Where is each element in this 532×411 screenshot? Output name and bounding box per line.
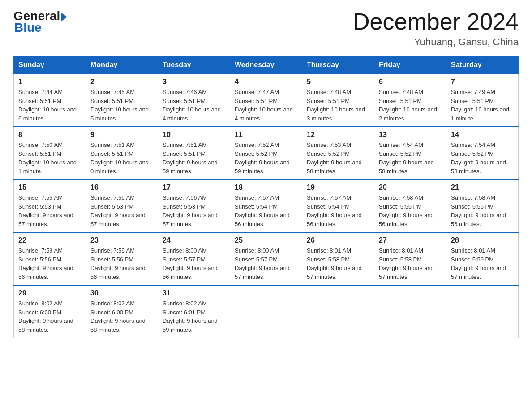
day-info: Sunrise: 7:54 AMSunset: 5:52 PMDaylight:… <box>379 141 442 176</box>
day-info: Sunrise: 7:55 AMSunset: 5:53 PMDaylight:… <box>90 193 153 228</box>
day-number: 4 <box>235 78 297 86</box>
day-number: 11 <box>235 131 297 139</box>
calendar-week-row: 29Sunrise: 8:02 AMSunset: 6:00 PMDayligh… <box>14 285 519 338</box>
day-number: 1 <box>18 78 81 86</box>
day-info: Sunrise: 7:57 AMSunset: 5:54 PMDaylight:… <box>235 193 297 228</box>
day-info: Sunrise: 7:59 AMSunset: 5:56 PMDaylight:… <box>18 246 81 281</box>
day-number: 28 <box>451 236 514 244</box>
day-number: 6 <box>379 78 442 86</box>
calendar-cell: 30Sunrise: 8:02 AMSunset: 6:00 PMDayligh… <box>86 285 158 338</box>
day-number: 25 <box>235 236 297 244</box>
day-info: Sunrise: 7:57 AMSunset: 5:54 PMDaylight:… <box>307 193 369 228</box>
day-number: 16 <box>90 184 153 192</box>
calendar-cell: 15Sunrise: 7:55 AMSunset: 5:53 PMDayligh… <box>14 180 86 232</box>
calendar-cell: 28Sunrise: 8:01 AMSunset: 5:59 PMDayligh… <box>446 232 519 285</box>
day-number: 30 <box>90 289 153 297</box>
calendar-cell: 27Sunrise: 8:01 AMSunset: 5:58 PMDayligh… <box>374 232 446 285</box>
day-info: Sunrise: 8:01 AMSunset: 5:59 PMDaylight:… <box>451 246 514 281</box>
calendar-cell: 31Sunrise: 8:02 AMSunset: 6:01 PMDayligh… <box>158 285 230 338</box>
location-title: Yuhuang, Gansu, China <box>353 36 519 48</box>
day-number: 29 <box>18 289 81 297</box>
day-info: Sunrise: 7:56 AMSunset: 5:53 PMDaylight:… <box>163 193 225 228</box>
day-info: Sunrise: 8:00 AMSunset: 5:57 PMDaylight:… <box>163 246 225 281</box>
day-number: 17 <box>163 184 225 192</box>
day-number: 8 <box>18 131 81 139</box>
calendar-cell: 1Sunrise: 7:44 AMSunset: 5:51 PMDaylight… <box>14 74 86 127</box>
calendar-cell: 13Sunrise: 7:54 AMSunset: 5:52 PMDayligh… <box>374 127 446 180</box>
day-info: Sunrise: 7:51 AMSunset: 5:51 PMDaylight:… <box>90 141 153 176</box>
calendar-week-row: 22Sunrise: 7:59 AMSunset: 5:56 PMDayligh… <box>14 232 519 285</box>
day-number: 2 <box>90 78 153 86</box>
calendar-cell: 23Sunrise: 7:59 AMSunset: 5:56 PMDayligh… <box>86 232 158 285</box>
calendar-cell: 12Sunrise: 7:53 AMSunset: 5:52 PMDayligh… <box>302 127 374 180</box>
calendar-cell: 29Sunrise: 8:02 AMSunset: 6:00 PMDayligh… <box>14 285 86 338</box>
day-number: 12 <box>307 131 369 139</box>
calendar-week-row: 1Sunrise: 7:44 AMSunset: 5:51 PMDaylight… <box>14 74 519 127</box>
day-number: 27 <box>379 236 442 244</box>
calendar-cell <box>374 285 446 338</box>
calendar-cell: 17Sunrise: 7:56 AMSunset: 5:53 PMDayligh… <box>158 180 230 232</box>
day-number: 5 <box>307 78 369 86</box>
calendar-cell: 10Sunrise: 7:51 AMSunset: 5:51 PMDayligh… <box>158 127 230 180</box>
calendar-cell: 25Sunrise: 8:00 AMSunset: 5:57 PMDayligh… <box>230 232 302 285</box>
calendar-cell: 9Sunrise: 7:51 AMSunset: 5:51 PMDaylight… <box>86 127 158 180</box>
day-number: 10 <box>163 131 225 139</box>
day-number: 24 <box>163 236 225 244</box>
calendar-cell <box>230 285 302 338</box>
day-info: Sunrise: 7:53 AMSunset: 5:52 PMDaylight:… <box>307 141 369 176</box>
logo-blue: Blue <box>14 21 42 34</box>
day-number: 14 <box>451 131 514 139</box>
day-info: Sunrise: 7:50 AMSunset: 5:51 PMDaylight:… <box>18 141 81 176</box>
title-block: December 2024 Yuhuang, Gansu, China <box>353 9 519 48</box>
day-info: Sunrise: 7:49 AMSunset: 5:51 PMDaylight:… <box>451 88 514 123</box>
day-number: 19 <box>307 184 369 192</box>
calendar-cell: 5Sunrise: 7:48 AMSunset: 5:51 PMDaylight… <box>302 74 374 127</box>
logo: General Blue <box>13 9 68 35</box>
day-number: 22 <box>18 236 81 244</box>
day-info: Sunrise: 8:02 AMSunset: 6:00 PMDaylight:… <box>90 299 153 334</box>
month-title: December 2024 <box>353 9 519 34</box>
calendar-cell: 20Sunrise: 7:58 AMSunset: 5:55 PMDayligh… <box>374 180 446 232</box>
col-saturday: Saturday <box>446 56 519 74</box>
day-info: Sunrise: 7:46 AMSunset: 5:51 PMDaylight:… <box>163 88 225 123</box>
col-friday: Friday <box>374 56 446 74</box>
calendar-cell: 6Sunrise: 7:48 AMSunset: 5:51 PMDaylight… <box>374 74 446 127</box>
page-header: General Blue December 2024 Yuhuang, Gans… <box>13 9 519 48</box>
day-info: Sunrise: 7:58 AMSunset: 5:55 PMDaylight:… <box>379 193 442 228</box>
calendar-table: Sunday Monday Tuesday Wednesday Thursday… <box>13 56 519 338</box>
day-number: 7 <box>451 78 514 86</box>
logo-arrow-icon <box>61 13 67 21</box>
day-info: Sunrise: 7:52 AMSunset: 5:52 PMDaylight:… <box>235 141 297 176</box>
col-wednesday: Wednesday <box>230 56 302 74</box>
calendar-cell <box>302 285 374 338</box>
day-info: Sunrise: 8:02 AMSunset: 6:01 PMDaylight:… <box>163 299 225 334</box>
calendar-cell: 7Sunrise: 7:49 AMSunset: 5:51 PMDaylight… <box>446 74 519 127</box>
col-sunday: Sunday <box>14 56 86 74</box>
day-info: Sunrise: 7:47 AMSunset: 5:51 PMDaylight:… <box>235 88 297 123</box>
day-number: 23 <box>90 236 153 244</box>
day-info: Sunrise: 7:55 AMSunset: 5:53 PMDaylight:… <box>18 193 81 228</box>
day-info: Sunrise: 7:45 AMSunset: 5:51 PMDaylight:… <box>90 88 153 123</box>
calendar-cell: 16Sunrise: 7:55 AMSunset: 5:53 PMDayligh… <box>86 180 158 232</box>
calendar-header-row: Sunday Monday Tuesday Wednesday Thursday… <box>14 56 519 74</box>
day-info: Sunrise: 7:44 AMSunset: 5:51 PMDaylight:… <box>18 88 81 123</box>
calendar-cell: 11Sunrise: 7:52 AMSunset: 5:52 PMDayligh… <box>230 127 302 180</box>
calendar-cell: 3Sunrise: 7:46 AMSunset: 5:51 PMDaylight… <box>158 74 230 127</box>
calendar-cell: 2Sunrise: 7:45 AMSunset: 5:51 PMDaylight… <box>86 74 158 127</box>
calendar-cell: 4Sunrise: 7:47 AMSunset: 5:51 PMDaylight… <box>230 74 302 127</box>
calendar-week-row: 15Sunrise: 7:55 AMSunset: 5:53 PMDayligh… <box>14 180 519 232</box>
day-number: 26 <box>307 236 369 244</box>
col-tuesday: Tuesday <box>158 56 230 74</box>
day-info: Sunrise: 7:48 AMSunset: 5:51 PMDaylight:… <box>307 88 369 123</box>
day-number: 18 <box>235 184 297 192</box>
col-thursday: Thursday <box>302 56 374 74</box>
day-number: 21 <box>451 184 514 192</box>
calendar-week-row: 8Sunrise: 7:50 AMSunset: 5:51 PMDaylight… <box>14 127 519 180</box>
day-number: 15 <box>18 184 81 192</box>
day-info: Sunrise: 8:02 AMSunset: 6:00 PMDaylight:… <box>18 299 81 334</box>
day-info: Sunrise: 8:00 AMSunset: 5:57 PMDaylight:… <box>235 246 297 281</box>
calendar-cell: 8Sunrise: 7:50 AMSunset: 5:51 PMDaylight… <box>14 127 86 180</box>
day-info: Sunrise: 7:51 AMSunset: 5:51 PMDaylight:… <box>163 141 225 176</box>
col-monday: Monday <box>86 56 158 74</box>
calendar-cell: 26Sunrise: 8:01 AMSunset: 5:58 PMDayligh… <box>302 232 374 285</box>
